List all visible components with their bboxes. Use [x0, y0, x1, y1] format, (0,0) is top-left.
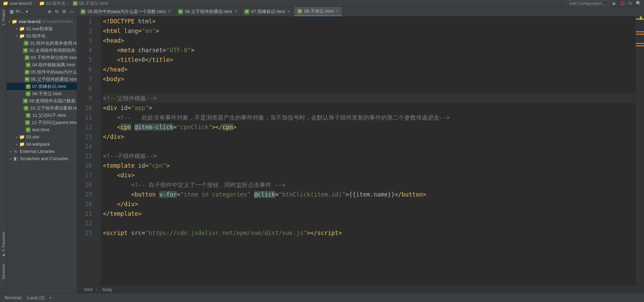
terminal-add[interactable]: + — [49, 295, 52, 300]
breadcrumb-file[interactable]: H 08.子传父.html — [73, 0, 108, 7]
editor-tab[interactable]: H08.子传父.html✕ — [294, 7, 342, 16]
tree-item[interactable]: H06.父子组件的通信.htm — [7, 76, 77, 83]
breadcrumb-folder[interactable]: 📁 02.组件化 — [39, 0, 66, 7]
bottom-bar: Terminal: Local (2) + — [0, 293, 644, 302]
editor-breadcrumb[interactable]: html 〉 body — [77, 286, 644, 293]
editor-tab[interactable]: H07.驼峰标识.html✕ — [241, 7, 294, 16]
hide-icon[interactable]: — — [70, 9, 74, 14]
top-bar: 📁 vue-learn2 〉 📁 02.组件化 〉 H 08.子传父.html … — [0, 0, 644, 7]
left-tool-gutter: 1: Project ★ 2: Favorites Structure — [0, 7, 7, 293]
tree-item[interactable]: ▸📁04.webpack — [7, 141, 77, 148]
tree-item[interactable]: H10.父子组件通信案例.ht — [7, 104, 77, 112]
gear-icon[interactable]: ⚙ — [62, 9, 66, 14]
terminal-local[interactable]: Local (2) — [27, 295, 45, 300]
tree-item[interactable]: ▸⎋External Libraries — [7, 148, 77, 155]
tree-item[interactable]: ▸◧Scratches and Consoles — [7, 155, 77, 162]
side-tab-project[interactable]: 1: Project — [1, 10, 5, 25]
project-tree[interactable]: ▾ 📁 vue-learn2 D:\code\fronten ▾📁01.vue初… — [7, 16, 77, 293]
tree-item[interactable]: H12.子访问父parent.htm — [7, 119, 77, 126]
run-icon[interactable]: ▶ — [613, 1, 616, 6]
tree-item[interactable]: H09.使用组件实现计数器. — [7, 97, 77, 104]
tree-item[interactable]: Htest.html — [7, 126, 77, 133]
tree-item[interactable]: H05.组件中的data为什么 — [7, 68, 77, 76]
side-tab-structure[interactable]: Structure — [1, 264, 5, 279]
close-icon[interactable]: ✕ — [335, 9, 338, 13]
debug-icon[interactable]: 🐞 — [620, 1, 625, 6]
tree-item[interactable]: H02.全局组件和局部组件. — [7, 47, 77, 54]
target-icon[interactable]: ⊕ — [48, 9, 51, 14]
breadcrumb-root[interactable]: 📁 vue-learn2 — [3, 1, 32, 6]
side-tab-favorites[interactable]: ★ 2: Favorites — [1, 232, 5, 257]
analysis-indicator[interactable] — [640, 16, 642, 20]
close-icon[interactable]: ✕ — [168, 9, 171, 14]
fold-gutter[interactable] — [96, 16, 101, 286]
terminal-tab[interactable]: Terminal: — [4, 295, 22, 300]
search-icon[interactable]: 🔍 — [636, 1, 641, 6]
breadcrumb: 📁 vue-learn2 〉 📁 02.组件化 〉 H 08.子传父.html — [3, 0, 108, 7]
close-icon[interactable]: ✕ — [234, 9, 237, 14]
project-panel: ▦ Pr... ▾ ⊕ ⇆ ⚙ — ▾ 📁 vue-learn2 D:\code… — [7, 7, 77, 293]
tree-item[interactable]: H07.驼峰标识.html — [7, 83, 77, 90]
stop-icon[interactable]: ↻ — [629, 1, 632, 6]
editor-tab[interactable]: H06.父子组件的通信.html✕ — [175, 7, 241, 16]
collapse-icon[interactable]: ⇆ — [55, 9, 59, 14]
project-dropdown[interactable]: Pr... — [16, 9, 24, 14]
close-icon[interactable]: ✕ — [287, 9, 290, 14]
tree-item[interactable]: H01.组件化的基本使用.ht — [7, 40, 77, 47]
minimap[interactable] — [636, 16, 644, 286]
tree-item[interactable]: H08.子传父.html — [7, 90, 77, 97]
tree-item[interactable]: H04.组件模板抽离.html — [7, 61, 77, 68]
tree-item[interactable]: ▾📁01.vue初体验 — [7, 25, 77, 32]
tree-item[interactable]: H03.子组件和父组件.htm — [7, 54, 77, 61]
tree-root[interactable]: ▾ 📁 vue-learn2 D:\code\fronten — [7, 18, 77, 25]
tree-item[interactable]: ▸📁03.slot — [7, 133, 77, 141]
tree-item[interactable]: ▾📁02.组件化 — [7, 32, 77, 40]
line-gutter: 1234567891011121314151617181920212223 — [77, 16, 96, 286]
tree-item[interactable]: H11.父访问子.html — [7, 112, 77, 119]
editor-tab[interactable]: H05.组件中的data为什么是一个函数.html✕ — [77, 7, 175, 16]
add-configuration-button[interactable]: Add Configuration... — [565, 0, 609, 7]
code-editor[interactable]: <!DOCTYPE html><html lang="en"><head> <m… — [101, 16, 636, 286]
tab-bar: H05.组件中的data为什么是一个函数.html✕H06.父子组件的通信.ht… — [77, 7, 644, 16]
